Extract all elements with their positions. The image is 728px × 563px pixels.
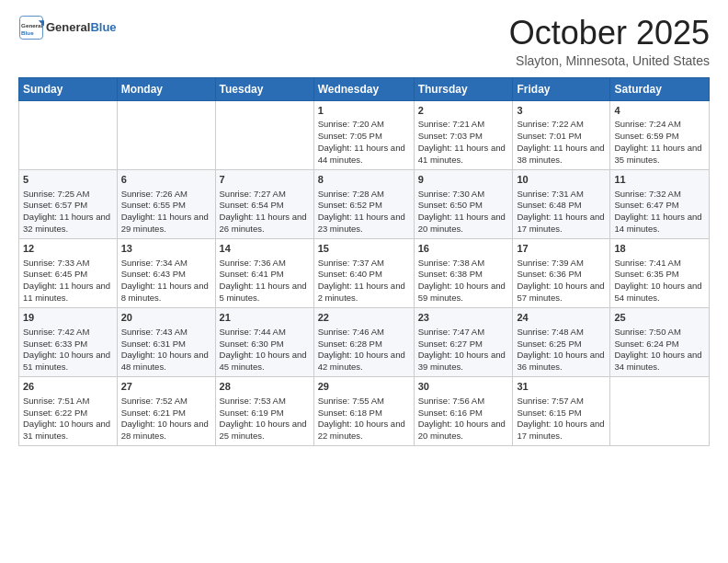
daylight-text: Daylight: 11 hours and 2 minutes. [318,281,405,303]
day-number: 23 [418,311,509,325]
sunrise-text: Sunrise: 7:51 AM [23,396,89,406]
sunrise-text: Sunrise: 7:57 AM [517,396,583,406]
daylight-text: Daylight: 11 hours and 14 minutes. [614,212,701,234]
sunset-text: Sunset: 6:45 PM [23,269,87,279]
daylight-text: Daylight: 10 hours and 59 minutes. [418,281,506,303]
calendar-cell: 1Sunrise: 7:20 AMSunset: 7:05 PMDaylight… [313,100,414,169]
daylight-text: Daylight: 11 hours and 35 minutes. [614,143,701,165]
day-number: 29 [318,380,410,394]
sunset-text: Sunset: 6:55 PM [121,200,186,210]
daylight-text: Daylight: 10 hours and 28 minutes. [121,419,209,441]
title-block: October 2025 Slayton, Minnesota, United … [509,15,710,68]
daylight-text: Daylight: 10 hours and 48 minutes. [121,350,209,372]
sunrise-text: Sunrise: 7:53 AM [220,396,286,406]
sunset-text: Sunset: 6:54 PM [220,200,284,210]
header: General Blue GeneralBlue October 2025 Sl… [18,15,710,68]
day-number: 22 [318,311,410,325]
calendar-cell: 19Sunrise: 7:42 AMSunset: 6:33 PMDayligh… [19,307,118,376]
sunrise-text: Sunrise: 7:48 AM [517,327,583,337]
day-number: 13 [121,242,211,256]
calendar-cell: 21Sunrise: 7:44 AMSunset: 6:30 PMDayligh… [215,307,313,376]
daylight-text: Daylight: 11 hours and 26 minutes. [220,212,307,234]
calendar-cell [610,376,710,445]
calendar-cell: 27Sunrise: 7:52 AMSunset: 6:21 PMDayligh… [117,376,215,445]
sunset-text: Sunset: 6:27 PM [418,339,483,349]
day-number: 5 [23,173,113,187]
daylight-text: Daylight: 11 hours and 44 minutes. [318,143,405,165]
daylight-text: Daylight: 10 hours and 31 minutes. [23,419,110,441]
sunrise-text: Sunrise: 7:38 AM [418,258,484,268]
logo-blue: Blue [90,20,116,34]
sunset-text: Sunset: 7:01 PM [517,131,581,141]
daylight-text: Daylight: 11 hours and 17 minutes. [517,212,604,234]
sunset-text: Sunset: 6:22 PM [23,408,87,418]
sunset-text: Sunset: 6:35 PM [614,269,678,279]
calendar-cell: 17Sunrise: 7:39 AMSunset: 6:36 PMDayligh… [513,238,610,307]
day-number: 28 [220,380,310,394]
sunrise-text: Sunrise: 7:56 AM [418,396,484,406]
sunrise-text: Sunrise: 7:47 AM [418,327,484,337]
sunset-text: Sunset: 6:25 PM [517,339,581,349]
sunrise-text: Sunrise: 7:25 AM [23,189,89,199]
logo-general: General [46,20,90,34]
daylight-text: Daylight: 11 hours and 8 minutes. [121,281,209,303]
sunrise-text: Sunrise: 7:34 AM [121,258,188,268]
day-number: 27 [121,380,211,394]
daylight-text: Daylight: 11 hours and 29 minutes. [121,212,209,234]
sunrise-text: Sunrise: 7:43 AM [121,327,188,337]
sunset-text: Sunset: 6:50 PM [418,200,483,210]
calendar-cell: 11Sunrise: 7:32 AMSunset: 6:47 PMDayligh… [610,169,710,238]
svg-text:General: General [21,22,42,29]
sunset-text: Sunset: 6:57 PM [23,200,87,210]
day-number: 7 [220,173,310,187]
calendar-week-row: 1Sunrise: 7:20 AMSunset: 7:05 PMDaylight… [19,100,710,169]
calendar-cell: 4Sunrise: 7:24 AMSunset: 6:59 PMDaylight… [610,100,710,169]
calendar-cell: 16Sunrise: 7:38 AMSunset: 6:38 PMDayligh… [414,238,513,307]
col-tuesday: Tuesday [215,77,313,100]
day-number: 10 [517,173,606,187]
calendar-cell: 9Sunrise: 7:30 AMSunset: 6:50 PMDaylight… [414,169,513,238]
day-number: 30 [418,380,509,394]
daylight-text: Daylight: 11 hours and 41 minutes. [418,143,506,165]
day-number: 1 [318,104,410,118]
sunrise-text: Sunrise: 7:33 AM [23,258,89,268]
sunset-text: Sunset: 6:41 PM [220,269,284,279]
col-wednesday: Wednesday [313,77,414,100]
calendar-cell: 30Sunrise: 7:56 AMSunset: 6:16 PMDayligh… [414,376,513,445]
sunrise-text: Sunrise: 7:21 AM [418,119,484,129]
sunrise-text: Sunrise: 7:36 AM [220,258,286,268]
calendar-cell [19,100,118,169]
calendar-cell: 18Sunrise: 7:41 AMSunset: 6:35 PMDayligh… [610,238,710,307]
day-number: 19 [23,311,113,325]
daylight-text: Daylight: 10 hours and 22 minutes. [318,419,405,441]
calendar-cell: 25Sunrise: 7:50 AMSunset: 6:24 PMDayligh… [610,307,710,376]
sunset-text: Sunset: 6:24 PM [614,339,678,349]
daylight-text: Daylight: 11 hours and 32 minutes. [23,212,110,234]
col-sunday: Sunday [19,77,118,100]
calendar-cell [215,100,313,169]
sunset-text: Sunset: 6:31 PM [121,339,186,349]
sunset-text: Sunset: 6:15 PM [517,408,581,418]
daylight-text: Daylight: 10 hours and 39 minutes. [418,350,506,372]
daylight-text: Daylight: 10 hours and 36 minutes. [517,350,604,372]
sunrise-text: Sunrise: 7:22 AM [517,119,583,129]
sunset-text: Sunset: 6:43 PM [121,269,186,279]
calendar-cell: 13Sunrise: 7:34 AMSunset: 6:43 PMDayligh… [117,238,215,307]
daylight-text: Daylight: 11 hours and 20 minutes. [418,212,506,234]
sunset-text: Sunset: 6:30 PM [220,339,284,349]
calendar-cell: 7Sunrise: 7:27 AMSunset: 6:54 PMDaylight… [215,169,313,238]
calendar-cell: 23Sunrise: 7:47 AMSunset: 6:27 PMDayligh… [414,307,513,376]
col-friday: Friday [513,77,610,100]
sunset-text: Sunset: 6:47 PM [614,200,678,210]
daylight-text: Daylight: 10 hours and 34 minutes. [614,350,701,372]
day-number: 4 [614,104,705,118]
sunrise-text: Sunrise: 7:42 AM [23,327,89,337]
sunset-text: Sunset: 6:36 PM [517,269,581,279]
location: Slayton, Minnesota, United States [509,53,710,68]
daylight-text: Daylight: 10 hours and 25 minutes. [220,419,307,441]
calendar-cell: 8Sunrise: 7:28 AMSunset: 6:52 PMDaylight… [313,169,414,238]
day-number: 11 [614,173,705,187]
col-saturday: Saturday [610,77,710,100]
calendar-cell: 3Sunrise: 7:22 AMSunset: 7:01 PMDaylight… [513,100,610,169]
sunrise-text: Sunrise: 7:37 AM [318,258,384,268]
